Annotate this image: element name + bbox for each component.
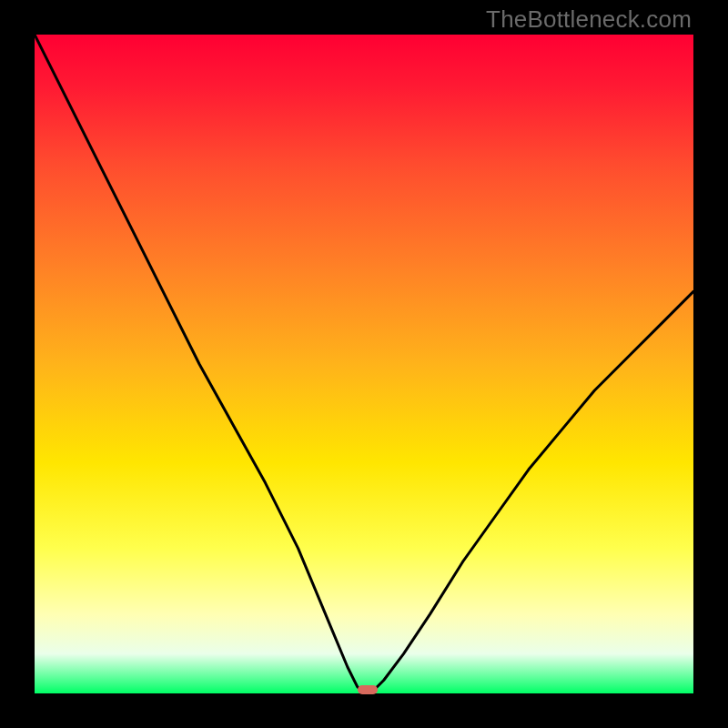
chart-frame: TheBottleneck.com [0, 0, 728, 728]
optimal-marker [358, 685, 378, 694]
watermark: TheBottleneck.com [486, 5, 692, 34]
curve-path [35, 35, 693, 693]
plot-area [35, 35, 693, 693]
bottleneck-curve [35, 35, 693, 693]
